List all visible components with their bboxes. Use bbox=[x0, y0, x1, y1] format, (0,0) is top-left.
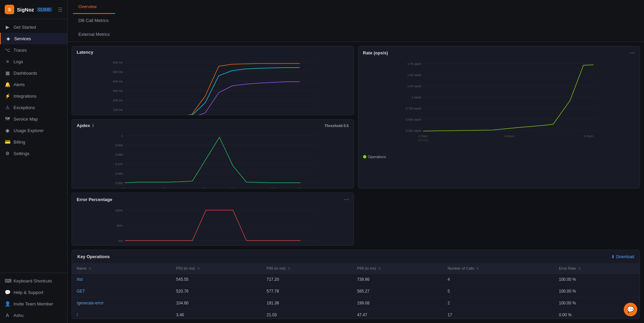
chat-bubble-button[interactable]: 💬 bbox=[624, 303, 637, 316]
sidebar-logo: S SigNoz CLOUD ☰ bbox=[0, 0, 67, 19]
svg-text:0.500 ops/s: 0.500 ops/s bbox=[406, 118, 421, 121]
svg-text:1.25 ops/s: 1.25 ops/s bbox=[407, 84, 421, 88]
latency-chart-area: 600 ms 500 ms 400 ms 300 ms 200 ms 100 m… bbox=[72, 57, 354, 115]
sidebar-item-integrations[interactable]: ⚡Integrations bbox=[0, 90, 67, 102]
sidebar-item-traces[interactable]: ⌥Traces bbox=[0, 44, 67, 56]
sort-error-icon[interactable]: ⇅ bbox=[578, 267, 581, 270]
latency-card-header: Latency bbox=[72, 46, 354, 57]
sort-p95-icon[interactable]: ⇅ bbox=[288, 267, 290, 270]
rate-card-header: Rate (ops/s) ⋯ bbox=[358, 46, 640, 58]
sidebar-item-usage-explorer[interactable]: ◉Usage Explorer bbox=[0, 125, 67, 136]
sort-name-icon[interactable]: ⇅ bbox=[88, 267, 91, 270]
row-name[interactable]: GET bbox=[72, 285, 172, 297]
row-calls: 5 bbox=[443, 285, 554, 297]
download-button[interactable]: ⬇ Download bbox=[611, 254, 634, 259]
sidebar-item-settings[interactable]: ⚙Settings bbox=[0, 148, 67, 159]
row-name[interactable]: / bbox=[72, 309, 172, 319]
col-p50: P50 (in ms) ⇅ bbox=[172, 263, 262, 274]
sidebar-bottom-item-keyboard-shortcuts[interactable]: ⌨Keyboard Shortcuts bbox=[0, 275, 67, 287]
svg-text:0.970: 0.970 bbox=[115, 163, 123, 166]
sidebar-icon-settings: ⚙ bbox=[5, 151, 10, 156]
sidebar-item-alerts[interactable]: 🔔Alerts bbox=[0, 79, 67, 90]
content-grid: Latency 600 ms 500 ms 400 ms 300 ms bbox=[68, 42, 644, 323]
error-title: Error Percentage bbox=[77, 197, 112, 202]
download-label: Download bbox=[616, 254, 634, 259]
row-p50: 520.76 bbox=[172, 285, 262, 297]
sidebar-item-get-started[interactable]: ▶Get Started bbox=[0, 21, 67, 33]
svg-text:600 ms: 600 ms bbox=[113, 61, 123, 64]
svg-text:400 ms: 400 ms bbox=[113, 80, 123, 83]
svg-text:4:35pm: 4:35pm bbox=[418, 134, 428, 138]
error-menu-icon[interactable]: ⋯ bbox=[343, 196, 349, 203]
key-operations-card: Key Operations ⬇ Download Name ⇅ P50 (in… bbox=[72, 250, 640, 319]
sidebar-bottom-icon-invite-team: 👤 bbox=[5, 301, 10, 306]
sidebar-item-services[interactable]: ◈Services bbox=[0, 33, 67, 44]
rate-chart-svg: 1.75 ops/s 1.50 ops/s 1.25 ops/s 1 ops/s… bbox=[363, 60, 635, 151]
sort-calls-icon[interactable]: ⇅ bbox=[476, 267, 479, 270]
row-p95: 21.03 bbox=[262, 309, 352, 319]
sidebar-bottom-item-invite-team[interactable]: 👤Invite Team Member bbox=[0, 298, 67, 309]
sidebar-label-settings: Settings bbox=[14, 151, 29, 156]
row-name[interactable]: /generate-error bbox=[72, 297, 172, 309]
col-error-rate: Error Rate ⇅ bbox=[554, 263, 640, 274]
rate-chart-area: 1.75 ops/s 1.50 ops/s 1.25 ops/s 1 ops/s… bbox=[358, 58, 640, 153]
svg-text:4:38pm: 4:38pm bbox=[201, 187, 210, 189]
key-operations-title: Key Operations bbox=[77, 254, 110, 259]
row-name[interactable]: /list bbox=[72, 274, 172, 285]
rate-title: Rate (ops/s) bbox=[363, 50, 388, 55]
key-operations-table-wrapper: Name ⇅ P50 (in ms) ⇅ P95 (in ms) ⇅ P99 (… bbox=[72, 263, 640, 319]
tab-external-metrics[interactable]: External Metrics bbox=[73, 28, 115, 42]
row-p95: 577.78 bbox=[262, 285, 352, 297]
svg-text:1 ops/s: 1 ops/s bbox=[411, 96, 421, 99]
table-row: /list 545.55 717.20 739.86 4 100.00 % bbox=[72, 274, 640, 285]
legend-operations-label: Operations bbox=[368, 155, 386, 159]
sidebar-bottom-label-keyboard-shortcuts: Keyboard Shortcuts bbox=[14, 278, 52, 283]
sidebar-label-exceptions: Exceptions bbox=[14, 105, 35, 110]
row-p99: 47.47 bbox=[352, 309, 443, 319]
row-calls: 2 bbox=[443, 297, 554, 309]
svg-text:100%: 100% bbox=[115, 209, 123, 212]
apdex-info-icon[interactable]: ℹ bbox=[92, 123, 94, 128]
sidebar-bottom-icon-keyboard-shortcuts: ⌨ bbox=[5, 278, 10, 283]
error-chart-area: 100% 50% 0% bbox=[72, 205, 354, 245]
sort-p99-icon[interactable]: ⇅ bbox=[378, 267, 381, 270]
sidebar-item-billing[interactable]: 💳Billing bbox=[0, 136, 67, 148]
app-badge: CLOUD bbox=[37, 7, 52, 12]
sidebar-label-traces: Traces bbox=[14, 48, 27, 53]
app-logo-icon: S bbox=[5, 5, 14, 14]
svg-text:100 ms: 100 ms bbox=[113, 108, 123, 111]
svg-text:5/23/24: 5/23/24 bbox=[418, 139, 428, 142]
sidebar-item-dashboards[interactable]: ▦Dashboards bbox=[0, 67, 67, 79]
apdex-card: Apdex ℹ Threshold 0.5 1 0.990 0. bbox=[72, 119, 354, 189]
sort-p50-icon[interactable]: ⇅ bbox=[197, 267, 200, 270]
sidebar-item-service-map[interactable]: 🗺Service Map bbox=[0, 113, 67, 125]
sidebar-bottom-item-ashu[interactable]: AAshu bbox=[0, 309, 67, 321]
table-row: GET 520.76 577.78 585.27 5 100.00 % bbox=[72, 285, 640, 297]
sidebar-bottom-icon-help-support: 💬 bbox=[5, 290, 10, 295]
rate-menu-icon[interactable]: ⋯ bbox=[629, 50, 635, 56]
sidebar-bottom-item-help-support[interactable]: 💬Help & Support bbox=[0, 287, 67, 298]
sidebar-bottom-label-ashu: Ashu bbox=[14, 313, 24, 318]
svg-text:0.250 ops/s: 0.250 ops/s bbox=[406, 129, 421, 132]
svg-text:4:32pm: 4:32pm bbox=[120, 187, 129, 189]
table-body: /list 545.55 717.20 739.86 4 100.00 % GE… bbox=[72, 274, 640, 319]
svg-text:50%: 50% bbox=[117, 224, 123, 227]
tab-overview[interactable]: Overview bbox=[73, 0, 115, 14]
sidebar-nav: ▶Get Started◈Services⌥Traces≡Logs▦Dashbo… bbox=[0, 19, 67, 273]
apdex-title: Apdex bbox=[77, 123, 90, 128]
sidebar-item-exceptions[interactable]: ⚠Exceptions bbox=[0, 102, 67, 113]
download-icon: ⬇ bbox=[611, 254, 615, 259]
app-name: SigNoz bbox=[17, 7, 34, 13]
svg-text:4:40pm: 4:40pm bbox=[228, 187, 237, 189]
sidebar-collapse-button[interactable]: ☰ bbox=[58, 6, 62, 13]
apdex-card-header: Apdex ℹ Threshold 0.5 bbox=[72, 120, 354, 130]
sidebar-item-logs[interactable]: ≡Logs bbox=[0, 56, 67, 67]
row-p99: 199.08 bbox=[352, 297, 443, 309]
svg-text:1.75 ops/s: 1.75 ops/s bbox=[407, 62, 421, 66]
tab-db-call-metrics[interactable]: DB Call Metrics bbox=[73, 14, 115, 28]
svg-text:200 ms: 200 ms bbox=[113, 99, 123, 102]
sidebar-label-billing: Billing bbox=[14, 140, 25, 145]
svg-text:1: 1 bbox=[121, 134, 123, 138]
svg-text:4:35pm: 4:35pm bbox=[161, 187, 170, 189]
legend-operations[interactable]: Operations bbox=[363, 155, 386, 159]
